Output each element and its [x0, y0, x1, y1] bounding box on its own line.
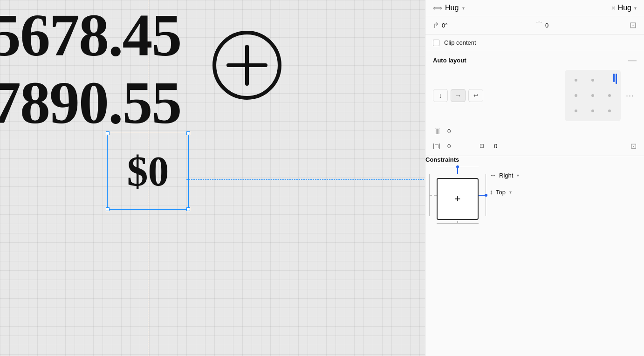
direction-row: ↓ → ↩	[433, 70, 637, 121]
align-dot-tl	[575, 79, 577, 82]
vertical-constraint-icon: ↕	[490, 188, 493, 196]
padding-h-icon: |◻|	[433, 143, 442, 149]
hug-row: ⟺ Hug ▾ ✕ Hug ▾	[425, 0, 644, 16]
vertical-constraint[interactable]: ↕ Top ▾	[490, 188, 519, 196]
align-dot-mr	[608, 94, 611, 97]
direction-down-button[interactable]: ↓	[433, 89, 448, 102]
rotation-item[interactable]: ↱ 0°	[433, 21, 527, 30]
handle-top-right[interactable]	[186, 131, 190, 135]
gap-icon: ]|[	[433, 128, 442, 134]
rotation-value: 0°	[442, 22, 447, 29]
clip-content-label: Clip content	[444, 39, 476, 46]
rotation-icon: ↱	[433, 21, 439, 30]
hug-right-chevron-icon: ▾	[634, 6, 637, 11]
selection-box[interactable]	[107, 133, 189, 210]
constraint-controls: ↔ Right ▾ ↕ Top ▾	[490, 167, 519, 196]
hug-left[interactable]: ⟺ Hug ▾	[433, 4, 535, 12]
auto-layout-controls: ↓ → ↩	[425, 68, 644, 156]
circle-plus-icon	[210, 28, 284, 103]
constraint-widget-container: +	[437, 174, 479, 216]
align-bar-1	[613, 74, 615, 82]
padding-h-input[interactable]	[445, 140, 473, 152]
horizontal-constraint-icon: ↔	[490, 171, 496, 179]
auto-layout-collapse-button[interactable]: —	[628, 56, 637, 64]
hug-right-label: Hug	[618, 4, 631, 12]
clip-content-row: Clip content	[425, 34, 644, 51]
handle-top-left[interactable]	[106, 131, 110, 135]
resize-icon: ⊡	[630, 142, 637, 151]
align-active-indicator	[613, 74, 617, 84]
padding-h-row: |◻| ⊡ ⊡	[433, 140, 637, 152]
horizontal-constraint[interactable]: ↔ Right ▾	[490, 171, 519, 179]
align-dot-ml	[575, 94, 577, 97]
horizontal-constraint-chevron-icon: ▾	[517, 173, 519, 178]
vertical-constraint-label: Top	[496, 189, 506, 196]
align-dot-tr-wrap	[602, 74, 617, 87]
align-dot-br	[608, 110, 611, 112]
hug-right[interactable]: ✕ Hug ▾	[535, 4, 637, 12]
hug-right-close-icon: ✕	[611, 5, 616, 12]
hug-left-chevron-icon: ▾	[462, 6, 465, 11]
align-dot-bl	[575, 110, 577, 112]
hug-left-label: Hug	[445, 4, 459, 12]
auto-layout-more-button[interactable]: ···	[623, 89, 637, 102]
clip-content-checkbox[interactable]	[433, 40, 439, 46]
constraints-header: Constraints	[425, 156, 644, 163]
constraint-left-dashed	[429, 195, 437, 196]
direction-right-button[interactable]: →	[451, 89, 466, 102]
align-dot-tc	[591, 79, 594, 82]
canvas-text-2: 7890.55	[0, 72, 181, 133]
resize-corners-icon: ⊡	[630, 21, 637, 30]
constraint-plus-icon: +	[455, 193, 461, 205]
align-dot-mc	[591, 94, 594, 97]
corner-radius-icon: ⌒	[536, 21, 542, 29]
gap-row: ]|[	[433, 125, 637, 137]
gap-input[interactable]	[445, 125, 473, 137]
canvas-text-1: 5678.45	[0, 5, 181, 65]
auto-layout-title: Auto layout	[433, 57, 466, 64]
horizontal-constraint-label: Right	[499, 172, 513, 179]
vertical-constraint-chevron-icon: ▾	[509, 190, 512, 195]
canvas: 5678.45 7890.55 $0	[0, 0, 425, 356]
rotation-row: ↱ 0° ⌒ 0 ⊡	[425, 16, 644, 34]
direction-wrap-button[interactable]: ↩	[468, 89, 483, 102]
constraint-right-dot	[485, 194, 487, 197]
resize-icon-wrap[interactable]: ⊡	[630, 20, 637, 30]
align-bar-2	[616, 74, 617, 84]
constraint-inner-box[interactable]: +	[437, 178, 479, 220]
handle-bottom-right[interactable]	[186, 207, 190, 211]
padding-v-icon: ⊡	[480, 143, 489, 149]
constraints-title: Constraints	[425, 156, 459, 163]
constraint-top-dot	[456, 165, 459, 168]
alignment-line-horizontal	[186, 179, 425, 180]
handle-bottom-left[interactable]	[106, 207, 110, 211]
alignment-grid[interactable]	[565, 70, 621, 121]
padding-v-input[interactable]	[492, 140, 520, 152]
hug-left-arrows-icon: ⟺	[433, 4, 442, 12]
align-dot-bc	[591, 110, 594, 112]
constraints-body: + ↔ Right ▾ ↕ Top ▾	[425, 163, 644, 227]
corner-radius-value: 0	[545, 22, 548, 29]
corner-radius-item[interactable]: ⌒ 0	[536, 21, 630, 29]
direction-buttons: ↓ → ↩	[433, 89, 483, 102]
auto-layout-header: Auto layout —	[425, 51, 644, 68]
right-panel: ⟺ Hug ▾ ✕ Hug ▾ ↱ 0° ⌒ 0 ⊡ Clip content …	[425, 0, 644, 356]
